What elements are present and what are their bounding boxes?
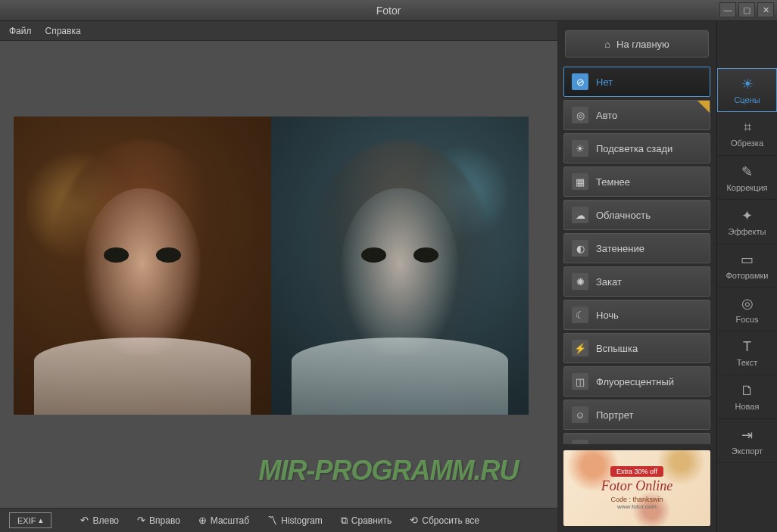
- workspace: [0, 41, 557, 508]
- exif-button[interactable]: EXIF▴: [9, 512, 51, 528]
- scene-effect-7[interactable]: ☾Ночь: [563, 300, 710, 330]
- effect-icon: ✺: [572, 273, 588, 290]
- bottom-toolbar: EXIF▴ ↶Влево ↷Вправо ⊕Масштаб 〽Histogram…: [0, 508, 557, 532]
- chevron-up-icon: ▴: [39, 515, 43, 525]
- tool-icon: 🗋: [741, 383, 754, 399]
- effect-icon: ☺: [572, 406, 588, 423]
- star-badge-icon: [697, 101, 710, 113]
- effect-label: Облачность: [596, 210, 651, 221]
- tool-label: Обрезка: [731, 138, 763, 148]
- promo-code: Code : thankswin: [610, 496, 663, 503]
- tool-icon: ◎: [741, 295, 754, 312]
- effect-label: Темнее: [596, 176, 630, 188]
- home-button[interactable]: ⌂ На главную: [565, 30, 709, 58]
- scene-effect-1[interactable]: ◎Авто: [563, 100, 710, 130]
- tool-label: Эффекты: [728, 227, 766, 236]
- tool-label: Фоторамки: [726, 271, 768, 280]
- effect-label: Закат: [596, 276, 622, 288]
- scene-effect-8[interactable]: ⚡Вспышка: [563, 333, 710, 363]
- scene-effect-9[interactable]: ◫Флуоресцентный: [563, 366, 710, 397]
- zoom-icon: ⊕: [198, 515, 207, 526]
- title-bar: Fotor — ▢ ✕: [0, 0, 777, 21]
- promo-tag: Extra 30% off: [610, 466, 663, 477]
- tool-обрезка[interactable]: ⌗Обрезка: [717, 112, 777, 156]
- tool-label: Текст: [737, 358, 758, 367]
- minimize-button[interactable]: —: [719, 2, 736, 17]
- tool-сцены[interactable]: ☀Сцены: [717, 68, 777, 112]
- scene-effect-2[interactable]: ☀Подсветка сзади: [563, 133, 710, 163]
- effect-icon: ◎: [572, 107, 588, 123]
- effect-label: Песок/Снег: [596, 443, 648, 445]
- effect-label: Портрет: [596, 409, 633, 421]
- tool-коррекция[interactable]: ✎Коррекция: [717, 156, 777, 200]
- effect-icon: ⚡: [572, 340, 588, 356]
- effect-icon: ☾: [572, 306, 588, 323]
- scene-effect-6[interactable]: ✺Закат: [563, 266, 710, 297]
- effect-icon: ☁: [572, 207, 588, 223]
- tool-новая[interactable]: 🗋Новая: [717, 375, 777, 419]
- maximize-button[interactable]: ▢: [738, 2, 755, 17]
- compare-button[interactable]: ⧉Сравнить: [333, 512, 399, 530]
- scene-effect-list: ⊘Нет◎Авто☀Подсветка сзади▦Темнее☁Облачно…: [557, 67, 716, 444]
- scene-effect-11[interactable]: ❄Песок/Снег: [563, 433, 710, 444]
- effect-icon: ⊘: [572, 73, 588, 90]
- image-after: [271, 117, 529, 415]
- effect-label: Затенение: [596, 243, 644, 254]
- rotate-left-icon: ↶: [80, 515, 89, 526]
- menu-file[interactable]: Файл: [9, 26, 32, 36]
- tool-icon: ✦: [741, 207, 753, 224]
- home-button-label: На главную: [616, 39, 669, 50]
- effect-label: Подсветка сзади: [596, 143, 672, 154]
- app-title: Fotor: [376, 5, 401, 17]
- tool-icon: ⌗: [744, 120, 751, 135]
- tool-icon: ✎: [741, 163, 753, 180]
- image-canvas[interactable]: [14, 117, 529, 415]
- tool-label: Focus: [736, 315, 759, 324]
- window-controls: — ▢ ✕: [719, 2, 774, 17]
- scene-effect-4[interactable]: ☁Облачность: [563, 200, 710, 230]
- tool-icon: T: [743, 339, 751, 355]
- tool-текст[interactable]: TТекст: [717, 331, 777, 375]
- tool-icon: ▭: [741, 251, 754, 268]
- effect-label: Флуоресцентный: [596, 376, 674, 387]
- effects-column: ⌂ На главную ⊘Нет◎Авто☀Подсветка сзади▦Т…: [557, 21, 716, 532]
- reset-icon: ⟲: [410, 515, 418, 526]
- effect-icon: ◐: [572, 240, 588, 257]
- histogram-icon: 〽: [267, 515, 277, 526]
- rotate-left-button[interactable]: ↶Влево: [73, 512, 126, 529]
- image-before: [14, 117, 271, 415]
- tool-label: Экспорт: [732, 446, 763, 456]
- rotate-right-icon: ↷: [137, 515, 145, 526]
- tool-фоторамки[interactable]: ▭Фоторамки: [717, 244, 777, 288]
- promo-banner[interactable]: Extra 30% off Fotor Online Code : thanks…: [563, 450, 710, 526]
- scene-effect-0[interactable]: ⊘Нет: [563, 67, 710, 97]
- promo-url: www.fotor.com: [617, 503, 657, 510]
- scene-effect-5[interactable]: ◐Затенение: [563, 233, 710, 263]
- scene-effect-10[interactable]: ☺Портрет: [563, 400, 710, 430]
- tool-label: Сцены: [734, 95, 760, 104]
- reset-all-button[interactable]: ⟲Сбросить все: [402, 512, 487, 529]
- zoom-button[interactable]: ⊕Масштаб: [191, 512, 257, 529]
- effect-label: Вспышка: [596, 343, 638, 354]
- tool-эффекты[interactable]: ✦Эффекты: [717, 200, 777, 244]
- tool-sidebar: ☀Сцены⌗Обрезка✎Коррекция✦Эффекты▭Фоторам…: [716, 21, 777, 532]
- effect-label: Ночь: [596, 310, 619, 321]
- rotate-right-button[interactable]: ↷Вправо: [130, 512, 188, 529]
- effect-label: Нет: [596, 76, 613, 88]
- histogram-button[interactable]: 〽Histogram: [260, 512, 330, 529]
- right-panel: ⌂ На главную ⊘Нет◎Авто☀Подсветка сзади▦Т…: [557, 21, 777, 532]
- tool-icon: ☀: [741, 76, 754, 92]
- tool-экспорт[interactable]: ⇥Экспорт: [717, 419, 777, 463]
- effect-label: Авто: [596, 110, 617, 121]
- promo-title: Fotor Online: [601, 478, 673, 494]
- scene-effect-3[interactable]: ▦Темнее: [563, 166, 710, 197]
- tool-focus[interactable]: ◎Focus: [717, 288, 777, 331]
- menu-help[interactable]: Справка: [45, 26, 81, 36]
- tool-icon: ⇥: [741, 427, 753, 443]
- effect-icon: ▦: [572, 173, 588, 190]
- tool-label: Новая: [735, 402, 760, 411]
- tool-label: Коррекция: [726, 183, 767, 192]
- close-button[interactable]: ✕: [757, 2, 774, 17]
- effect-icon: ❄: [572, 440, 588, 444]
- effect-icon: ☀: [572, 140, 588, 157]
